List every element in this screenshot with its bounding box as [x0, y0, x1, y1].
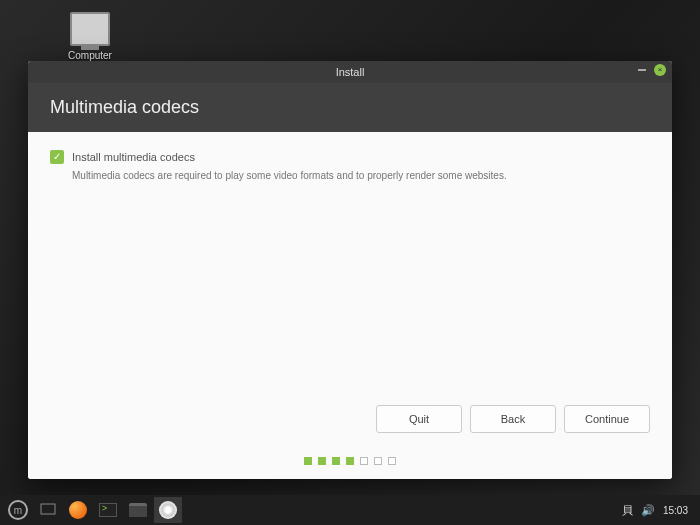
system-tray: ⾙ 🔊 15:03	[622, 503, 696, 518]
minimize-button[interactable]	[638, 69, 646, 71]
progress-dot	[332, 457, 340, 465]
codec-description: Multimedia codecs are required to play s…	[72, 170, 650, 181]
installer-window: Install × Multimedia codecs ✓ Install mu…	[28, 61, 672, 479]
desktop-icon-computer[interactable]: Computer	[58, 12, 122, 61]
files-icon	[129, 503, 147, 517]
desktop-icon-label: Computer	[58, 50, 122, 61]
terminal-icon	[99, 503, 117, 517]
page-header: Multimedia codecs	[28, 83, 672, 132]
svg-rect-0	[41, 504, 55, 514]
checkbox-label: Install multimedia codecs	[72, 151, 195, 163]
menu-button[interactable]: m	[4, 497, 32, 523]
progress-dot	[318, 457, 326, 465]
disc-icon	[159, 501, 177, 519]
progress-dot	[374, 457, 382, 465]
progress-dot	[388, 457, 396, 465]
network-icon[interactable]: ⾙	[622, 503, 633, 518]
desktop-icon	[40, 503, 56, 517]
close-button[interactable]: ×	[654, 64, 666, 76]
progress-dot	[346, 457, 354, 465]
progress-dot	[304, 457, 312, 465]
codec-option-row[interactable]: ✓ Install multimedia codecs	[50, 150, 650, 164]
taskbar-installer[interactable]	[154, 497, 182, 523]
clock[interactable]: 15:03	[663, 505, 688, 516]
taskbar-show-desktop[interactable]	[34, 497, 62, 523]
button-row: Quit Back Continue	[376, 405, 650, 433]
volume-icon[interactable]: 🔊	[641, 504, 655, 517]
computer-icon	[70, 12, 110, 46]
continue-button[interactable]: Continue	[564, 405, 650, 433]
page-content: ✓ Install multimedia codecs Multimedia c…	[28, 132, 672, 479]
taskbar-terminal[interactable]	[94, 497, 122, 523]
back-button[interactable]: Back	[470, 405, 556, 433]
mint-logo-icon: m	[8, 500, 28, 520]
checkbox-checked-icon[interactable]: ✓	[50, 150, 64, 164]
quit-button[interactable]: Quit	[376, 405, 462, 433]
window-titlebar[interactable]: Install ×	[28, 61, 672, 83]
progress-indicator	[28, 457, 672, 465]
window-controls: ×	[638, 64, 666, 76]
window-title: Install	[336, 66, 365, 78]
progress-dot	[360, 457, 368, 465]
taskbar-files[interactable]	[124, 497, 152, 523]
taskbar-firefox[interactable]	[64, 497, 92, 523]
taskbar: m ⾙ 🔊 15:03	[0, 495, 700, 525]
page-title: Multimedia codecs	[50, 97, 199, 117]
firefox-icon	[69, 501, 87, 519]
